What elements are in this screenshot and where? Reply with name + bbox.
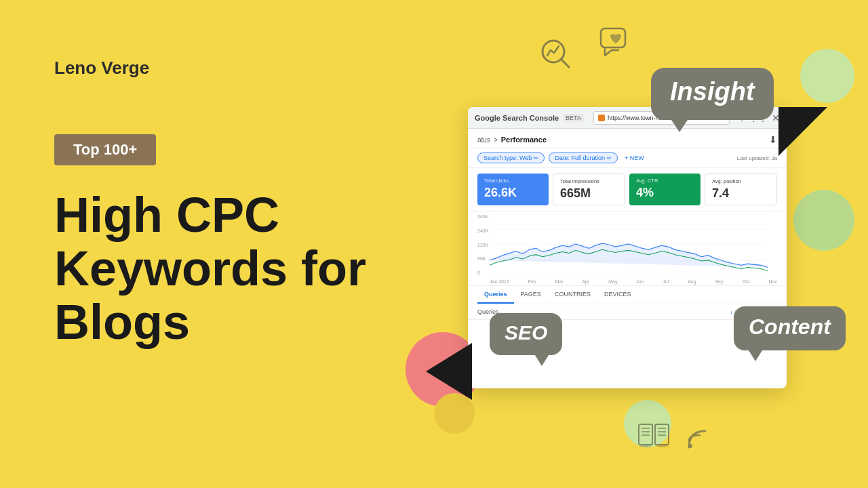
metric-total-clicks[interactable]: Total clicks 26.6K [477, 174, 549, 205]
metric-avg-ctr[interactable]: Avg. CTR 4% [629, 174, 701, 205]
breadcrumb: atus > Performance ⬇ [468, 129, 787, 148]
decorative-triangle-left [426, 343, 472, 400]
decorative-triangle-right [778, 107, 827, 156]
svg-point-11 [688, 444, 692, 448]
filter-row: Search type: Web ✏ Date: Full duration ✏… [468, 148, 787, 168]
tab-pages[interactable]: PAGES [514, 286, 548, 304]
metric-avg-position[interactable]: Avg. position 7.4 [705, 174, 777, 205]
svg-line-1 [561, 59, 569, 67]
tab-devices[interactable]: DEVICES [597, 286, 638, 304]
metric-ctr-value: 4% [636, 186, 694, 200]
x-label-1: Jan 2017 [490, 279, 509, 284]
y-label-3: 120K [477, 243, 488, 247]
gsc-tabs: Queries PAGES COUNTRIES DEVICES [468, 286, 787, 304]
search-type-filter[interactable]: Search type: Web ✏ [477, 152, 545, 163]
heading-line3: Blogs [54, 295, 190, 349]
metric-position-label: Avg. position [712, 178, 770, 184]
svg-rect-3 [639, 424, 652, 445]
breadcrumb-current: Performance [501, 136, 547, 144]
x-label-5: May [608, 279, 617, 284]
x-label-8: Aug [688, 279, 696, 284]
main-heading: High CPC Keywords for Blogs [54, 188, 366, 350]
x-label-10: Oct [743, 279, 750, 284]
chart-y-labels: 340K 240K 120K 60K 0 [477, 214, 488, 275]
y-label-2: 240K [477, 228, 488, 233]
performance-chart: 340K 240K 120K 60K 0 Jan 2017 Feb Mar Ap… [468, 211, 787, 286]
gsc-beta-label: BETA [563, 114, 584, 122]
new-filter-button[interactable]: + NEW [625, 155, 644, 161]
metric-impressions-value: 665M [560, 186, 618, 201]
metric-position-value: 7.4 [712, 186, 770, 201]
insight-bubble: Insight [651, 68, 774, 120]
tab-countries[interactable]: COUNTRIES [548, 286, 597, 304]
last-updated-text: Last updated: Ja [737, 155, 777, 161]
metric-total-impressions[interactable]: Total impressions 665M [553, 174, 625, 205]
date-filter[interactable]: Date: Full duration ✏ [549, 152, 618, 163]
heading-line2: Keywords for [54, 241, 366, 296]
y-label-4: 60K [477, 256, 488, 261]
top-badge: Top 100+ [54, 134, 156, 165]
heading-line1: High CPC [54, 188, 279, 242]
x-label-11: Nov [768, 279, 776, 284]
x-label-2: Feb [528, 279, 536, 284]
metrics-row: Total clicks 26.6K Total impressions 665… [468, 168, 787, 211]
x-label-9: Sep [715, 279, 723, 284]
chart-magnify-icon [538, 37, 572, 77]
breadcrumb-sep: > [494, 136, 498, 144]
content-bubble: Content [734, 306, 846, 350]
breadcrumb-start: atus [477, 136, 490, 144]
y-label-1: 340K [477, 214, 488, 219]
metric-impressions-label: Total impressions [560, 178, 618, 184]
y-label-5: 0 [477, 270, 488, 275]
url-favicon [598, 115, 605, 121]
download-icon[interactable]: ⬇ [769, 134, 777, 145]
metric-ctr-label: Avg. CTR [636, 178, 694, 184]
metric-clicks-label: Total clicks [484, 178, 542, 184]
metric-clicks-value: 26.6K [484, 186, 542, 200]
chart-x-labels: Jan 2017 Feb Mar Apr May Jun Jul Aug Sep… [490, 279, 777, 284]
decorative-circle-green-medium [793, 190, 854, 251]
svg-rect-4 [655, 424, 669, 445]
rss-icon [685, 422, 715, 458]
book-icon [637, 422, 670, 456]
decorative-circle-green-light [800, 49, 854, 103]
x-label-6: Jun [636, 279, 644, 284]
x-label-3: Mar [555, 279, 564, 284]
x-label-7: Jul [663, 279, 669, 284]
brand-name: Leno Verge [54, 58, 149, 79]
seo-bubble: SEO [490, 313, 562, 355]
x-label-4: Apr [582, 279, 589, 284]
tab-queries[interactable]: Queries [477, 286, 514, 304]
gsc-logo: Google Search Console [475, 114, 559, 122]
chart-svg [490, 214, 768, 275]
speech-heart-icon [598, 26, 631, 64]
